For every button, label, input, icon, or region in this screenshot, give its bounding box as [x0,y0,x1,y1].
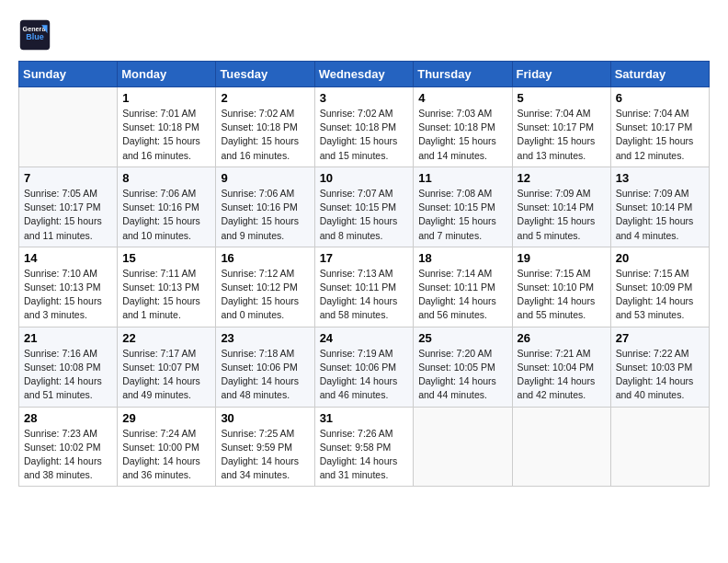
day-number: 15 [122,251,210,265]
day-info: Sunrise: 7:15 AM Sunset: 10:10 PM Daylig… [518,267,606,323]
day-number: 12 [518,171,606,185]
day-number: 11 [418,171,506,185]
weekday-header-saturday: Saturday [610,62,709,87]
calendar-cell: 31Sunrise: 7:26 AM Sunset: 9:58 PM Dayli… [314,407,414,487]
weekday-header-friday: Friday [512,62,610,87]
day-info: Sunrise: 7:01 AM Sunset: 10:18 PM Daylig… [122,107,210,163]
week-row-4: 21Sunrise: 7:16 AM Sunset: 10:08 PM Dayl… [19,327,710,407]
day-number: 20 [616,251,704,265]
day-info: Sunrise: 7:04 AM Sunset: 10:17 PM Daylig… [616,107,704,163]
day-number: 2 [221,91,309,105]
day-info: Sunrise: 7:26 AM Sunset: 9:58 PM Dayligh… [320,427,409,483]
day-number: 1 [122,91,210,105]
day-number: 28 [24,411,112,425]
day-info: Sunrise: 7:23 AM Sunset: 10:02 PM Daylig… [24,427,112,483]
day-number: 8 [122,171,210,185]
calendar-cell: 16Sunrise: 7:12 AM Sunset: 10:12 PM Dayl… [216,247,314,327]
calendar-cell: 18Sunrise: 7:14 AM Sunset: 10:11 PM Dayl… [414,247,512,327]
calendar-cell: 17Sunrise: 7:13 AM Sunset: 10:11 PM Dayl… [314,247,414,327]
day-number: 24 [320,331,409,345]
day-info: Sunrise: 7:05 AM Sunset: 10:17 PM Daylig… [24,187,112,243]
day-number: 30 [221,411,309,425]
day-number: 5 [518,91,606,105]
day-info: Sunrise: 7:11 AM Sunset: 10:13 PM Daylig… [122,267,210,323]
day-number: 10 [320,171,409,185]
calendar-cell: 4Sunrise: 7:03 AM Sunset: 10:18 PM Dayli… [414,87,512,167]
day-info: Sunrise: 7:09 AM Sunset: 10:14 PM Daylig… [518,187,606,243]
svg-text:Blue: Blue [26,32,44,41]
weekday-header-thursday: Thursday [414,62,512,87]
day-info: Sunrise: 7:02 AM Sunset: 10:18 PM Daylig… [320,107,409,163]
calendar-cell: 25Sunrise: 7:20 AM Sunset: 10:05 PM Dayl… [414,327,512,407]
day-number: 13 [616,171,704,185]
calendar-cell: 23Sunrise: 7:18 AM Sunset: 10:06 PM Dayl… [216,327,314,407]
week-row-2: 7Sunrise: 7:05 AM Sunset: 10:17 PM Dayli… [19,167,710,247]
day-number: 9 [221,171,309,185]
calendar-cell: 5Sunrise: 7:04 AM Sunset: 10:17 PM Dayli… [512,87,610,167]
day-number: 22 [122,331,210,345]
calendar-cell [414,407,512,487]
day-number: 21 [24,331,112,345]
day-info: Sunrise: 7:08 AM Sunset: 10:15 PM Daylig… [418,187,506,243]
day-info: Sunrise: 7:24 AM Sunset: 10:00 PM Daylig… [122,427,210,483]
day-info: Sunrise: 7:06 AM Sunset: 10:16 PM Daylig… [221,187,309,243]
day-info: Sunrise: 7:04 AM Sunset: 10:17 PM Daylig… [518,107,606,163]
day-info: Sunrise: 7:20 AM Sunset: 10:05 PM Daylig… [418,347,506,403]
logo: General Blue [18,18,55,52]
day-number: 6 [616,91,704,105]
day-number: 16 [221,251,309,265]
calendar-cell: 9Sunrise: 7:06 AM Sunset: 10:16 PM Dayli… [216,167,314,247]
calendar-cell: 26Sunrise: 7:21 AM Sunset: 10:04 PM Dayl… [512,327,610,407]
day-number: 7 [24,171,112,185]
day-info: Sunrise: 7:07 AM Sunset: 10:15 PM Daylig… [320,187,409,243]
weekday-header-sunday: Sunday [19,62,118,87]
calendar-cell: 8Sunrise: 7:06 AM Sunset: 10:16 PM Dayli… [118,167,216,247]
day-number: 19 [518,251,606,265]
weekday-header-wednesday: Wednesday [314,62,414,87]
day-info: Sunrise: 7:13 AM Sunset: 10:11 PM Daylig… [320,267,409,323]
day-info: Sunrise: 7:14 AM Sunset: 10:11 PM Daylig… [418,267,506,323]
day-info: Sunrise: 7:03 AM Sunset: 10:18 PM Daylig… [418,107,506,163]
day-number: 26 [518,331,606,345]
day-number: 18 [418,251,506,265]
calendar-cell: 28Sunrise: 7:23 AM Sunset: 10:02 PM Dayl… [19,407,118,487]
calendar-cell: 11Sunrise: 7:08 AM Sunset: 10:15 PM Dayl… [414,167,512,247]
day-info: Sunrise: 7:12 AM Sunset: 10:12 PM Daylig… [221,267,309,323]
day-number: 4 [418,91,506,105]
calendar-cell: 13Sunrise: 7:09 AM Sunset: 10:14 PM Dayl… [610,167,709,247]
weekday-header-monday: Monday [118,62,216,87]
calendar-cell: 20Sunrise: 7:15 AM Sunset: 10:09 PM Dayl… [610,247,709,327]
calendar-cell: 6Sunrise: 7:04 AM Sunset: 10:17 PM Dayli… [610,87,709,167]
calendar-cell: 12Sunrise: 7:09 AM Sunset: 10:14 PM Dayl… [512,167,610,247]
logo-icon: General Blue [18,18,51,52]
calendar-table: SundayMondayTuesdayWednesdayThursdayFrid… [18,61,710,487]
day-info: Sunrise: 7:18 AM Sunset: 10:06 PM Daylig… [221,347,309,403]
calendar-cell: 15Sunrise: 7:11 AM Sunset: 10:13 PM Dayl… [118,247,216,327]
calendar-cell [19,87,118,167]
day-info: Sunrise: 7:16 AM Sunset: 10:08 PM Daylig… [24,347,112,403]
day-info: Sunrise: 7:10 AM Sunset: 10:13 PM Daylig… [24,267,112,323]
day-info: Sunrise: 7:09 AM Sunset: 10:14 PM Daylig… [616,187,704,243]
calendar-cell: 7Sunrise: 7:05 AM Sunset: 10:17 PM Dayli… [19,167,118,247]
day-info: Sunrise: 7:06 AM Sunset: 10:16 PM Daylig… [122,187,210,243]
calendar-cell: 19Sunrise: 7:15 AM Sunset: 10:10 PM Dayl… [512,247,610,327]
calendar-cell: 10Sunrise: 7:07 AM Sunset: 10:15 PM Dayl… [314,167,414,247]
day-info: Sunrise: 7:15 AM Sunset: 10:09 PM Daylig… [616,267,704,323]
calendar-body: 1Sunrise: 7:01 AM Sunset: 10:18 PM Dayli… [19,87,710,487]
day-info: Sunrise: 7:17 AM Sunset: 10:07 PM Daylig… [122,347,210,403]
day-info: Sunrise: 7:22 AM Sunset: 10:03 PM Daylig… [616,347,704,403]
calendar-cell: 3Sunrise: 7:02 AM Sunset: 10:18 PM Dayli… [314,87,414,167]
day-number: 3 [320,91,409,105]
calendar-cell: 22Sunrise: 7:17 AM Sunset: 10:07 PM Dayl… [118,327,216,407]
day-info: Sunrise: 7:02 AM Sunset: 10:18 PM Daylig… [221,107,309,163]
calendar-cell: 24Sunrise: 7:19 AM Sunset: 10:06 PM Dayl… [314,327,414,407]
day-number: 23 [221,331,309,345]
day-info: Sunrise: 7:21 AM Sunset: 10:04 PM Daylig… [518,347,606,403]
calendar-cell: 30Sunrise: 7:25 AM Sunset: 9:59 PM Dayli… [216,407,314,487]
day-info: Sunrise: 7:25 AM Sunset: 9:59 PM Dayligh… [221,427,309,483]
week-row-1: 1Sunrise: 7:01 AM Sunset: 10:18 PM Dayli… [19,87,710,167]
calendar-cell [610,407,709,487]
header: General Blue [18,18,710,52]
week-row-3: 14Sunrise: 7:10 AM Sunset: 10:13 PM Dayl… [19,247,710,327]
calendar-cell: 1Sunrise: 7:01 AM Sunset: 10:18 PM Dayli… [118,87,216,167]
